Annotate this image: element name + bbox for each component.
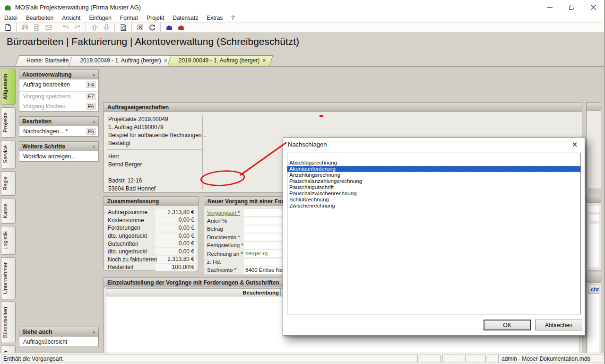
divider xyxy=(202,115,203,189)
status-cell xyxy=(465,355,486,363)
menu-item[interactable]: Extras xyxy=(202,14,227,22)
field-label[interactable]: Fertigstellung * xyxy=(207,243,244,248)
summary-value: 2.313,80 € xyxy=(156,209,196,216)
panel-header xyxy=(587,272,601,283)
print-preview-icon[interactable] xyxy=(31,23,43,32)
grid-header-beschreibung[interactable]: Beschreibung xyxy=(116,289,281,296)
document-tab[interactable]: 2019.00049 - 1. Auftrag (berger)× xyxy=(70,55,173,66)
summary-row: Restanteil 100,00% xyxy=(104,263,199,271)
clipped-field xyxy=(589,215,599,221)
menu-item[interactable]: Einfügen xyxy=(85,14,115,22)
sidebar: Akontoverwaltung▲ Auftrag bearbeiten F4 … xyxy=(17,67,101,353)
lookup-list-item[interactable]: Zwischenrechnung xyxy=(287,203,580,209)
ok-button[interactable]: OK xyxy=(484,320,531,330)
lookup-list-item[interactable]: Anzahlungsrechnung xyxy=(287,172,580,178)
toolbar xyxy=(0,22,604,33)
panel-header[interactable]: Siehe auch▲ xyxy=(19,327,98,337)
new-document-icon[interactable] xyxy=(2,23,14,32)
application-window: MOS'aik Projektverwaltung (Firma Muster … xyxy=(0,0,605,364)
grid-header-fragment: cht xyxy=(588,285,599,294)
sidebar-action[interactable]: Auftragsübersicht xyxy=(19,337,98,347)
excel-export-icon[interactable] xyxy=(131,23,146,32)
module-tab[interactable]: Regie xyxy=(1,171,16,196)
undo-icon[interactable] xyxy=(57,23,71,32)
tab-close-icon[interactable]: × xyxy=(164,57,167,64)
panel-header[interactable]: Weitere Schritte▲ xyxy=(19,142,98,151)
field-label[interactable]: Anteil % xyxy=(207,218,244,224)
summary-value: 0,00 € xyxy=(156,225,196,232)
redo-icon[interactable] xyxy=(71,23,83,32)
status-cell xyxy=(420,355,441,363)
summary-row: Forderungen 0,00 € xyxy=(104,224,199,232)
app-logo-puzzle-icon xyxy=(4,3,12,11)
print-icon[interactable] xyxy=(16,23,31,32)
panel-header[interactable]: Akontoverwaltung▲ xyxy=(19,70,98,79)
module-tab[interactable]: Logistik xyxy=(1,226,16,255)
preview-document-icon[interactable] xyxy=(114,23,129,32)
module-tab[interactable]: Projekte xyxy=(1,107,16,138)
field-label[interactable]: Vorgangsart * xyxy=(207,210,244,216)
module-tab[interactable]: Büroarbeiten xyxy=(1,302,16,343)
sidebar-action[interactable]: Nachschlagen... * F5 xyxy=(19,126,98,136)
lookup-list-item[interactable]: Abschlagsrechnung xyxy=(287,160,580,166)
lookup-list-item[interactable]: Pauschalgutschrift xyxy=(287,184,580,191)
lookup-listbox[interactable]: Abschlagsrechnung Akontoanforderung Anza… xyxy=(287,153,581,314)
panel-header[interactable]: Bearbeiten▲ xyxy=(19,117,98,126)
module-tab[interactable]: Allgemein xyxy=(1,69,16,105)
module-tab[interactable]: Unternehmer xyxy=(1,257,16,299)
fkey-badge: F5 xyxy=(86,128,96,135)
field-label[interactable]: z. Hd. xyxy=(207,259,244,265)
lookup-list-item[interactable]: Schlußrechnung xyxy=(287,197,580,203)
module-tab[interactable]: Kasse xyxy=(1,198,16,224)
menu-item[interactable]: Datei xyxy=(0,14,22,22)
email-icon[interactable] xyxy=(43,23,54,32)
sidebar-action[interactable]: Vorgang speichern... F7 xyxy=(19,91,98,101)
field-label[interactable]: Betrag xyxy=(207,226,244,232)
menubar: Datei Bearbeiten Ansicht Einfügen Format… xyxy=(0,14,604,22)
sidebar-action[interactable]: Workflow anzeigen... xyxy=(19,151,98,161)
cancel-button[interactable]: Abbrechen xyxy=(535,320,582,330)
summary-value: 0,00 € xyxy=(156,217,196,224)
status-database: admin - Moser-Dokumentation.mdb xyxy=(498,355,603,363)
address-line: Badstr. 12-16 xyxy=(108,177,156,185)
menu-item[interactable]: Format xyxy=(116,14,142,22)
menu-item[interactable]: Datensatz xyxy=(168,14,202,22)
restore-button[interactable] xyxy=(561,0,582,14)
import-puzzle-icon[interactable] xyxy=(160,23,175,32)
move-up-icon[interactable] xyxy=(86,23,100,32)
field-label[interactable]: Sachkonto * xyxy=(207,267,244,273)
document-tab[interactable]: 2019.00049 - 1. Auftrag (berger)× xyxy=(169,55,271,66)
close-button[interactable] xyxy=(582,0,604,14)
summary-value: 100,00% xyxy=(156,264,196,271)
summary-row: dto. ungedruckt 0,00 € xyxy=(104,232,199,240)
document-tab[interactable]: Home: Startseite× xyxy=(17,55,74,66)
sidebar-action[interactable]: Auftrag bearbeiten F4 xyxy=(19,79,98,89)
lookup-list-item[interactable]: Akontoanforderung xyxy=(287,166,580,172)
summary-row: dto. ungedruckt 0,00 € xyxy=(104,248,199,256)
field-label[interactable]: Drucktermin * xyxy=(207,234,244,240)
tab-close-icon[interactable]: × xyxy=(262,57,266,64)
fkey-badge: F6 xyxy=(86,103,96,110)
summary-value: 0,00 € xyxy=(156,240,196,247)
field-label[interactable]: Rechnung an * xyxy=(207,251,244,257)
refresh-icon[interactable] xyxy=(146,23,158,32)
collapse-icon: ▲ xyxy=(92,145,95,148)
right-clipped-panel xyxy=(586,102,601,189)
sidebar-panel-bearbeiten: Bearbeiten▲ Nachschlagen... * F5 xyxy=(19,116,99,137)
module-tab[interactable]: Service xyxy=(1,140,16,168)
summary-value: 0,00 € xyxy=(156,248,196,255)
menu-item[interactable]: Bearbeiten xyxy=(22,14,58,22)
move-down-icon[interactable] xyxy=(100,23,112,32)
export-puzzle-icon[interactable] xyxy=(175,23,187,32)
menu-item[interactable]: Ansicht xyxy=(58,14,85,22)
minimize-button[interactable] xyxy=(539,0,561,14)
menu-item[interactable]: ? xyxy=(227,14,239,22)
sidebar-action[interactable]: Vorgang löschen... F6 xyxy=(19,101,98,111)
dialog-close-icon[interactable]: ✕ xyxy=(565,138,585,151)
lookup-list-item[interactable]: Pauschalanzahlungsrechnung xyxy=(287,178,580,184)
statusbar: Enthält die Vorgangsart. admin - Moser-D… xyxy=(0,353,604,364)
menu-item[interactable]: Projekt xyxy=(142,14,168,22)
sidebar-splitter[interactable] xyxy=(101,67,101,353)
lookup-list-item[interactable]: Pauschalzwischenrechnung xyxy=(287,191,580,197)
panel-header: Auftragseigenschaften xyxy=(104,103,582,112)
